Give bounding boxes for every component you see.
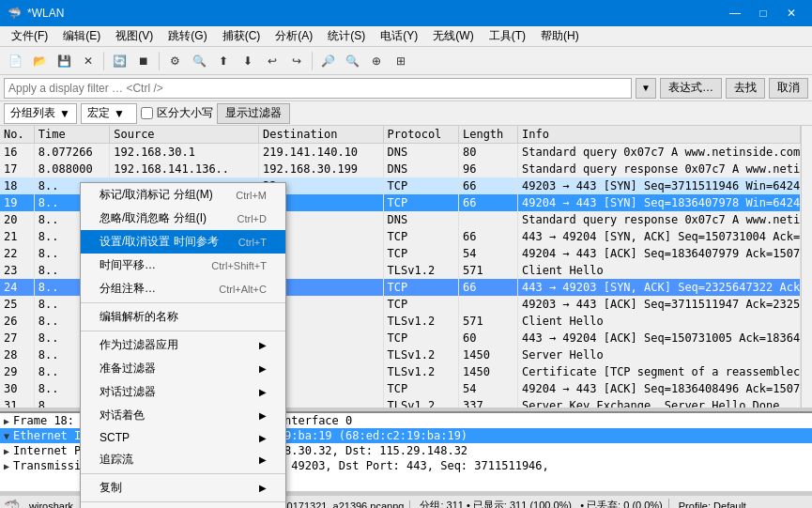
col-no: No. <box>0 126 34 144</box>
context-menu-item[interactable]: 复制▶ <box>81 476 285 500</box>
context-menu-arrow-icon: ▶ <box>259 340 267 350</box>
cell-length: 54 <box>458 245 517 262</box>
cell-no: 17 <box>0 161 34 177</box>
toolbar-zoom-reset[interactable]: ⊕ <box>365 50 388 72</box>
context-menu-shortcut: Ctrl+Alt+C <box>219 284 267 295</box>
menu-item-电话[interactable]: 电话(Y) <box>373 26 425 47</box>
cell-time: 8.088000 <box>34 161 109 177</box>
menu-item-工具[interactable]: 工具(T) <box>482 26 533 47</box>
cell-no: 31 <box>0 397 34 408</box>
context-menu-arrow-icon: ▶ <box>259 410 267 421</box>
menu-item-文件[interactable]: 文件(F) <box>4 26 55 47</box>
table-row[interactable]: 168.077266192.168.30.1219.141.140.10DNS8… <box>0 144 801 161</box>
context-menu-item[interactable]: 编辑解析的名称 <box>81 305 285 329</box>
cell-info: 49204 → 443 [ACK] Seq=1836408496 Ack=150… <box>517 380 800 397</box>
cell-info: Server Key Exchange, Server Hello Done <box>517 397 800 408</box>
context-menu-item[interactable]: 作为过滤器应用▶ <box>81 333 285 357</box>
cell-info: Certificate [TCP segment of a reassemble… <box>517 363 800 380</box>
cell-length: 96 <box>458 161 517 177</box>
menu-item-视图[interactable]: 视图(V) <box>108 26 161 47</box>
packet-scrollbar[interactable] <box>801 126 812 408</box>
toolbar-save[interactable]: 💾 <box>53 50 75 72</box>
cell-source: 192.168.30.1 <box>110 144 259 161</box>
context-menu-item-label: 对话过滤器 <box>100 384 156 400</box>
title-bar-left: 🦈 *WLAN <box>8 7 64 20</box>
context-menu-separator <box>81 302 285 303</box>
header-row: No. Time Source Destination Protocol Len… <box>0 126 801 144</box>
cell-info: Standard query response 0x07c7 A www.net… <box>517 161 800 177</box>
context-menu-item[interactable]: 对话过滤器▶ <box>81 380 285 404</box>
col-destination: Destination <box>258 126 383 144</box>
cell-length: 1450 <box>458 346 517 363</box>
toolbar-sep3 <box>312 52 313 70</box>
context-menu-item[interactable]: 时间平移…Ctrl+Shift+T <box>81 254 285 277</box>
toolbar-open[interactable]: 📂 <box>28 50 51 72</box>
dropdown-arrow-icon: ▼ <box>59 107 70 120</box>
toolbar-zoom-in[interactable]: 🔎 <box>316 50 339 72</box>
menu-item-跳转[interactable]: 跳转(G) <box>161 26 214 47</box>
table-row[interactable]: 178.088000192.168.141.136..192.168.30.19… <box>0 161 801 177</box>
cell-length: 66 <box>458 177 517 194</box>
title-bar-controls: — □ ✕ <box>722 4 804 23</box>
status-shown-value: 311 (100.0%) <box>510 500 572 508</box>
dropdown-arrow2-icon: ▼ <box>114 107 125 120</box>
context-menu-item[interactable]: 对话着色▶ <box>81 404 285 427</box>
toolbar-btn5[interactable]: ⬆ <box>212 50 235 72</box>
toolbar-btn4[interactable]: 🔍 <box>188 50 210 72</box>
context-menu-item-label: SCTP <box>100 431 130 444</box>
menu-item-分析[interactable]: 分析(A) <box>268 26 320 47</box>
menu-item-帮助[interactable]: 帮助(H) <box>533 26 587 47</box>
context-menu-item[interactable]: 准备过滤器▶ <box>81 357 285 380</box>
cell-no: 16 <box>0 144 34 161</box>
filter-input[interactable] <box>4 78 632 99</box>
context-menu-item[interactable]: SCTP▶ <box>81 427 285 448</box>
context-menu-item[interactable]: 追踪流▶ <box>81 448 285 471</box>
cell-info: 49203 → 443 [SYN] Seq=3711511946 Win=642… <box>517 177 800 194</box>
cell-info: Standard query response 0x07c7 A www.net… <box>517 211 800 228</box>
toolbar-btn7[interactable]: ↩ <box>261 50 283 72</box>
group-list-dropdown[interactable]: 分组列表 ▼ <box>4 103 77 124</box>
toolbar-zoom-out[interactable]: 🔍 <box>341 50 363 72</box>
minimize-button[interactable]: — <box>722 4 748 23</box>
menu-item-编辑[interactable]: 编辑(E) <box>55 26 108 47</box>
app-icon: 🦈 <box>8 7 22 20</box>
cell-protocol: TCP <box>383 330 458 346</box>
cell-no: 20 <box>0 211 34 228</box>
cell-info: 49203 → 443 [ACK] Seq=3711511947 Ack=232… <box>517 296 800 313</box>
toolbar-expand[interactable]: ⊞ <box>390 50 412 72</box>
expression-button[interactable]: 表达式… <box>660 78 722 99</box>
toolbar-btn8[interactable]: ↪ <box>285 50 308 72</box>
maximize-button[interactable]: □ <box>750 4 776 23</box>
toolbar-close[interactable]: ✕ <box>77 50 100 72</box>
context-menu-shortcut: Ctrl+T <box>238 237 267 248</box>
cancel-button[interactable]: 取消 <box>769 78 808 99</box>
menu-item-捕获[interactable]: 捕获(C) <box>215 26 268 47</box>
toolbar-btn3[interactable]: ⚙ <box>163 50 186 72</box>
cell-protocol: TCP <box>383 228 458 245</box>
cell-length <box>458 296 517 313</box>
toolbar-new[interactable]: 📄 <box>4 50 26 72</box>
menu-item-统计[interactable]: 统计(S) <box>320 26 373 47</box>
case-sensitive-checkbox[interactable] <box>141 107 153 119</box>
toolbar-btn6[interactable]: ⬇ <box>237 50 259 72</box>
cell-no: 21 <box>0 228 34 245</box>
expand-right-icon: ▶ <box>4 416 9 426</box>
context-menu-item[interactable]: 协议首选项▶ <box>81 504 285 508</box>
context-menu-item[interactable]: 设置/取消设置 时间参考Ctrl+T <box>81 230 285 254</box>
menu-item-无线[interactable]: 无线(W) <box>425 26 481 47</box>
filter-dropdown-arrow[interactable]: ▼ <box>636 78 656 99</box>
find-button[interactable]: 去找 <box>726 78 765 99</box>
context-menu-item[interactable]: 分组注释…Ctrl+Alt+C <box>81 277 285 300</box>
context-menu-item-label: 准备过滤器 <box>100 361 156 377</box>
context-menu-item[interactable]: 忽略/取消忽略 分组(I)Ctrl+D <box>81 207 285 230</box>
context-menu-item-label: 复制 <box>100 480 122 496</box>
toolbar-stop[interactable]: ⏹ <box>132 50 155 72</box>
close-button[interactable]: ✕ <box>778 4 804 23</box>
context-menu-arrow-icon: ▶ <box>259 483 267 493</box>
context-menu-shortcut: Ctrl+M <box>236 190 267 201</box>
show-filter-button[interactable]: 显示过滤器 <box>217 103 290 124</box>
cell-info: Client Hello <box>517 262 800 279</box>
context-menu-item[interactable]: 标记/取消标记 分组(M)Ctrl+M <box>81 183 285 207</box>
toolbar-reload[interactable]: 🔄 <box>108 50 130 72</box>
macro-dropdown[interactable]: 宏定 ▼ <box>81 103 137 124</box>
